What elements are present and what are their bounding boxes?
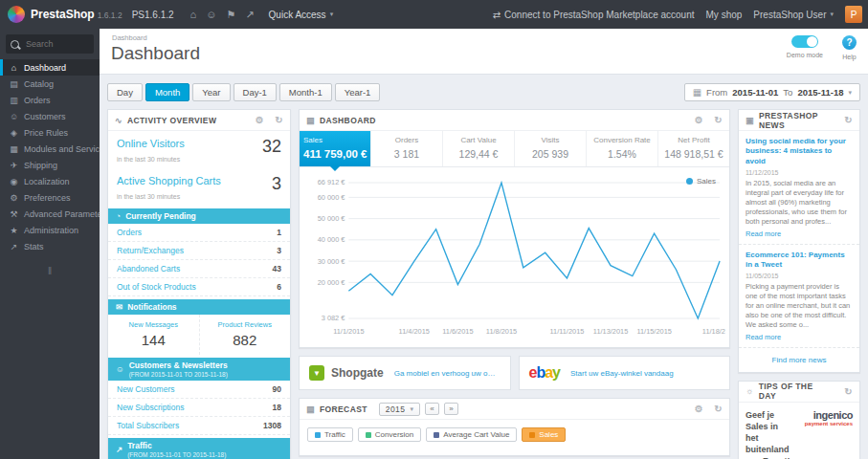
forecast-chip-average-cart-value[interactable]: Average Cart Value xyxy=(426,427,517,442)
customers-row-value: 18 xyxy=(273,403,281,412)
right-column: ▣ PRESTASHOP NEWS ↻ Using social media f… xyxy=(738,109,860,459)
sidebar-item-orders[interactable]: ▥ Orders xyxy=(0,92,100,108)
customers-newsletters-title: Customers & Newsletters xyxy=(129,361,228,370)
forecast-chip-sales[interactable]: Sales xyxy=(522,427,566,442)
quick-access-menu[interactable]: Quick Access ▾ xyxy=(269,10,334,20)
sidebar-item-preferences[interactable]: ⚙ Preferences xyxy=(0,189,100,206)
customers-row-link[interactable]: New Customers xyxy=(117,384,174,394)
refresh-icon[interactable]: ↻ xyxy=(844,115,853,125)
gear-icon[interactable]: ⚙ xyxy=(695,115,703,125)
page-title: Dashboard xyxy=(111,43,200,64)
sidebar: ⌂ Dashboard ▤ Catalog ▥ Orders ☺ Custome… xyxy=(0,29,100,459)
demo-mode-control: Demo mode xyxy=(787,35,823,60)
range-year-button[interactable]: Year xyxy=(192,83,230,101)
orders-icon: ▥ xyxy=(9,96,19,105)
pending-row-link[interactable]: Return/Exchanges xyxy=(117,246,184,255)
forecast-chip-traffic[interactable]: Traffic xyxy=(307,427,353,442)
prestashop-logo[interactable] xyxy=(8,6,25,23)
refresh-icon[interactable]: ↻ xyxy=(714,115,723,125)
sidebar-item-shipping[interactable]: ✈ Shipping xyxy=(0,157,100,173)
news-headline-link[interactable]: Ecommerce 101: Payments in a Tweet xyxy=(746,251,853,271)
date-range-picker[interactable]: ▦ From 2015-11-01 To 2015-11-18 ▾ xyxy=(684,83,860,101)
active-carts-link[interactable]: Active Shopping Carts xyxy=(117,175,221,186)
kpi-tab-conversion-rate[interactable]: Conversion Rate 1.54% xyxy=(587,131,658,166)
range-day-button[interactable]: Day xyxy=(107,83,143,101)
sidebar-item-modules[interactable]: ▦ Modules and Services xyxy=(0,141,100,157)
sidebar-item-customers[interactable]: ☺ Customers xyxy=(0,108,100,124)
demo-mode-toggle[interactable] xyxy=(791,35,818,48)
avatar[interactable]: P xyxy=(845,6,862,23)
customers-row: Total Subscribers 1308 xyxy=(108,417,290,435)
sidebar-item-dashboard[interactable]: ⌂ Dashboard xyxy=(0,59,100,76)
stats-icon[interactable]: ↗ xyxy=(245,9,254,21)
marketplace-link[interactable]: ⇄ Connect to PrestaShop Marketplace acco… xyxy=(493,10,695,20)
my-shop-link[interactable]: My shop xyxy=(706,10,743,20)
traffic-header: ↗ Traffic (FROM 2015-11-01 TO 2015-11-18… xyxy=(108,438,290,459)
chevron-down-icon: ▾ xyxy=(848,89,852,97)
range-year-1-button[interactable]: Year-1 xyxy=(335,83,381,101)
customers-newsletters-header: ☺ Customers & Newsletters (FROM 2015-11-… xyxy=(108,358,290,381)
kpi-label: Orders xyxy=(375,136,438,144)
sidebar-item-price-rules[interactable]: ◈ Price Rules xyxy=(0,124,100,141)
new-messages-cell: New Messages 144 xyxy=(108,315,199,355)
read-more-link[interactable]: Read more xyxy=(746,333,853,341)
sidebar-item-localization[interactable]: ◉ Localization xyxy=(0,173,100,189)
svg-text:40 000 €: 40 000 € xyxy=(318,235,346,244)
ebay-link[interactable]: Start uw eBay-winkel vandaag xyxy=(570,369,674,378)
brand[interactable]: PrestaShop1.6.1.2 xyxy=(31,8,122,21)
refresh-icon[interactable]: ↻ xyxy=(275,115,283,125)
online-visitors-link[interactable]: Online Visitors xyxy=(117,138,185,149)
forecast-year-select[interactable]: 2015 ▾ xyxy=(379,403,420,416)
ebay-letter: b xyxy=(536,364,545,381)
kpi-tab-visits[interactable]: Visits 205 939 xyxy=(515,131,587,166)
dashboard-panel-title: DASHBOARD xyxy=(320,116,376,125)
customers-row-link[interactable]: Total Subscribers xyxy=(117,421,179,430)
search-icon xyxy=(11,40,19,49)
sidebar-item-administration[interactable]: ★ Administration xyxy=(0,222,100,238)
help-icon[interactable]: ? xyxy=(842,35,857,50)
sidebar-search[interactable] xyxy=(6,34,94,54)
product-reviews-link[interactable]: Product Reviews xyxy=(204,320,287,329)
kpi-tab-cart-value[interactable]: Cart Value 129,44 € xyxy=(443,131,515,166)
range-month-button[interactable]: Month xyxy=(145,83,189,101)
user-menu[interactable]: PrestaShop User ▾ xyxy=(753,10,834,20)
kpi-tab-orders[interactable]: Orders 3 181 xyxy=(371,131,443,166)
kpi-tab-net-profit[interactable]: Net Profit 148 918,51 € xyxy=(658,131,729,166)
pending-row: Orders 1 xyxy=(108,224,290,242)
sidebar-collapse-button[interactable]: ‖ xyxy=(0,254,100,276)
sidebar-item-stats[interactable]: ↗ Stats xyxy=(0,238,100,254)
pending-row-link[interactable]: Out of Stock Products xyxy=(117,282,196,292)
find-more-news-link[interactable]: Find more news xyxy=(739,348,859,372)
new-messages-link[interactable]: New Messages xyxy=(112,320,195,329)
activity-panel-title: ACTIVITY OVERVIEW xyxy=(127,116,216,125)
search-input[interactable] xyxy=(24,38,87,50)
customers-row-link[interactable]: New Subscriptions xyxy=(117,403,184,412)
shopgate-link[interactable]: Ga mobiel en verhoog uw omzet xyxy=(394,369,501,378)
sidebar-item-catalog[interactable]: ▤ Catalog xyxy=(0,76,100,92)
sidebar-item-advanced-parameters[interactable]: ⚒ Advanced Parameters xyxy=(0,206,100,222)
read-more-link[interactable]: Read more xyxy=(746,230,853,238)
range-day-1-button[interactable]: Day-1 xyxy=(234,83,277,101)
news-article: Ecommerce 101: Payments in a Tweet 11/05… xyxy=(739,245,859,348)
news-headline-link[interactable]: Using social media for your business: 4 … xyxy=(746,137,853,166)
forecast-legend: Traffic Conversion Average Cart Value xyxy=(300,420,729,455)
refresh-icon[interactable]: ↻ xyxy=(714,404,723,414)
customers-icon[interactable]: ☺ xyxy=(206,9,216,20)
shop-icon[interactable]: ⌂ xyxy=(190,9,197,20)
truck-icon[interactable]: ⚑ xyxy=(227,9,236,21)
pending-row-link[interactable]: Abandoned Carts xyxy=(117,264,180,273)
forecast-prev-button[interactable]: « xyxy=(425,403,439,415)
pending-row-link[interactable]: Orders xyxy=(117,228,142,237)
price-rules-icon: ◈ xyxy=(9,128,19,138)
customers-newsletters-range: (FROM 2015-11-01 TO 2015-11-18) xyxy=(129,371,228,378)
range-month-1-button[interactable]: Month-1 xyxy=(279,83,332,101)
traffic-title: Traffic xyxy=(127,441,226,450)
svg-text:50 000 €: 50 000 € xyxy=(318,214,346,223)
svg-text:11/4/2015: 11/4/2015 xyxy=(399,327,430,336)
forecast-next-button[interactable]: » xyxy=(444,403,458,415)
kpi-tab-sales[interactable]: Sales 411 759,00 € xyxy=(300,131,371,166)
gear-icon[interactable]: ⚙ xyxy=(256,115,264,125)
forecast-chip-conversion[interactable]: Conversion xyxy=(358,427,421,442)
refresh-icon[interactable]: ↻ xyxy=(844,386,853,397)
gear-icon[interactable]: ⚙ xyxy=(695,404,703,414)
